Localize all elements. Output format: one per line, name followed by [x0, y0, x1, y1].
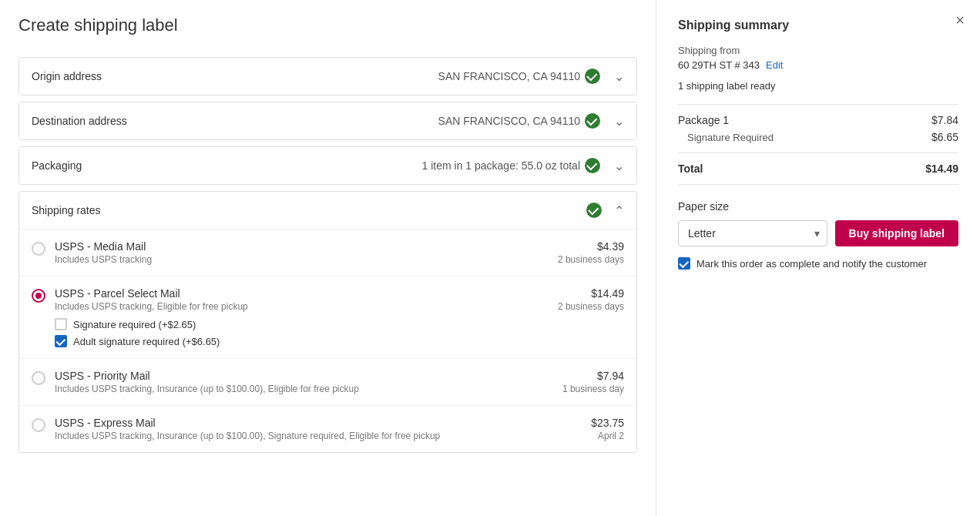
- rate-days-media-mail: 2 business days: [558, 254, 624, 265]
- destination-check-icon: [585, 113, 600, 129]
- rate-item-express-mail[interactable]: USPS - Express Mail Includes USPS tracki…: [19, 406, 636, 452]
- summary-divider-bottom: [678, 152, 958, 153]
- rate-desc-express-mail: Includes USPS tracking, Insurance (up to…: [55, 431, 579, 441]
- rates-check-icon: [586, 203, 602, 218]
- rate-item-priority-mail[interactable]: USPS - Priority Mail Includes USPS track…: [19, 359, 636, 406]
- rate-options-parcel-select: Signature required (+$2.65) Adult signat…: [55, 318, 545, 347]
- summary-ready: 1 shipping label ready: [678, 80, 958, 92]
- rate-info-media-mail: USPS - Media Mail Includes USPS tracking: [55, 240, 545, 265]
- rate-desc-media-mail: Includes USPS tracking: [55, 254, 545, 265]
- rate-item-parcel-select[interactable]: USPS - Parcel Select Mail Includes USPS …: [19, 276, 636, 359]
- rate-radio-inner-parcel-select: [35, 293, 42, 299]
- summary-divider-top: [678, 104, 958, 105]
- close-button[interactable]: ×: [955, 12, 965, 28]
- origin-value: SAN FRANCISCO, CA 94110: [438, 69, 600, 84]
- mark-complete-label: Mark this order as complete and notify t…: [696, 258, 927, 270]
- rate-name-parcel-select: USPS - Parcel Select Mail: [55, 287, 545, 300]
- rate-name-priority-mail: USPS - Priority Mail: [55, 370, 550, 382]
- checkbox-signature[interactable]: [55, 318, 67, 330]
- destination-label: Destination address: [32, 115, 438, 127]
- summary-signature-price: $6.65: [931, 131, 958, 143]
- option-row-signature: Signature required (+$2.65): [55, 318, 545, 330]
- origin-chevron-icon: ⌄: [614, 69, 624, 84]
- summary-total-label: Total: [678, 163, 703, 175]
- summary-divider-after-total: [678, 184, 958, 185]
- summary-total-value: $14.49: [925, 163, 958, 175]
- summary-address-row: 60 29TH ST # 343 Edit: [678, 59, 958, 71]
- rate-radio-parcel-select[interactable]: [32, 289, 45, 303]
- destination-section: Destination address SAN FRANCISCO, CA 94…: [18, 102, 637, 140]
- paper-size-select-wrapper: Letter 4x6 A4: [678, 220, 827, 246]
- rate-desc-priority-mail: Includes USPS tracking, Insurance (up to…: [55, 384, 550, 394]
- summary-total-row: Total $14.49: [678, 163, 958, 175]
- rate-price-priority-mail: $7.94: [562, 370, 624, 382]
- rate-desc-parcel-select: Includes USPS tracking, Eligible for fre…: [55, 301, 545, 312]
- option-label-adult-signature: Adult signature required (+$6.65): [73, 336, 220, 347]
- rate-radio-media-mail[interactable]: [32, 242, 45, 256]
- rate-price-col-parcel-select: $14.49 2 business days: [558, 287, 624, 312]
- rate-price-col-priority-mail: $7.94 1 business day: [562, 370, 624, 394]
- packaging-check-icon: [585, 158, 600, 173]
- checkbox-adult-signature[interactable]: [55, 335, 67, 347]
- edit-address-link[interactable]: Edit: [766, 59, 783, 71]
- origin-check-icon: [585, 69, 600, 84]
- destination-value: SAN FRANCISCO, CA 94110: [438, 113, 600, 129]
- option-label-signature: Signature required (+$2.65): [73, 319, 196, 330]
- rate-name-media-mail: USPS - Media Mail: [55, 240, 545, 253]
- rate-price-col-media-mail: $4.39 2 business days: [558, 240, 624, 265]
- destination-chevron-icon: ⌄: [614, 114, 624, 129]
- right-panel: × Shipping summary Shipping from 60 29TH…: [656, 0, 980, 516]
- summary-shipping-from-label: Shipping from: [678, 45, 958, 56]
- packaging-section: Packaging 1 item in 1 package: 55.0 oz t…: [18, 146, 637, 185]
- rate-item-media-mail[interactable]: USPS - Media Mail Includes USPS tracking…: [19, 230, 636, 276]
- rate-info-parcel-select: USPS - Parcel Select Mail Includes USPS …: [55, 287, 545, 347]
- rates-label: Shipping rates: [32, 204, 586, 216]
- packaging-header[interactable]: Packaging 1 item in 1 package: 55.0 oz t…: [19, 147, 636, 184]
- summary-address: 60 29TH ST # 343: [678, 59, 760, 71]
- summary-package-label: Package 1: [678, 114, 729, 126]
- buy-shipping-label-button[interactable]: Buy shipping label: [835, 220, 958, 246]
- paper-size-select[interactable]: Letter 4x6 A4: [678, 220, 827, 246]
- rate-price-parcel-select: $14.49: [558, 287, 624, 300]
- rate-days-parcel-select: 2 business days: [558, 301, 624, 312]
- option-row-adult-signature: Adult signature required (+$6.65): [55, 335, 545, 347]
- summary-signature-label: Signature Required: [678, 132, 774, 143]
- paper-size-label: Paper size: [678, 200, 958, 213]
- page-title: Create shipping label: [18, 15, 637, 35]
- origin-label: Origin address: [32, 70, 438, 82]
- rate-radio-priority-mail[interactable]: [32, 371, 45, 385]
- rate-days-express-mail: April 2: [591, 431, 624, 441]
- rates-chevron-icon: ⌃: [614, 203, 624, 218]
- mark-complete-checkbox[interactable]: [678, 257, 690, 270]
- rate-price-col-express-mail: $23.75 April 2: [591, 417, 624, 441]
- packaging-label: Packaging: [32, 159, 422, 172]
- mark-complete-row: Mark this order as complete and notify t…: [678, 257, 958, 270]
- packaging-value: 1 item in 1 package: 55.0 oz total: [422, 158, 600, 173]
- rate-info-express-mail: USPS - Express Mail Includes USPS tracki…: [55, 417, 579, 441]
- rate-name-express-mail: USPS - Express Mail: [55, 417, 579, 429]
- packaging-chevron-icon: ⌄: [614, 159, 624, 173]
- rates-header[interactable]: Shipping rates ⌃: [19, 192, 636, 230]
- paper-size-row: Letter 4x6 A4 Buy shipping label: [678, 220, 958, 246]
- rate-price-express-mail: $23.75: [591, 417, 624, 429]
- paper-size-section: Paper size Letter 4x6 A4 Buy shipping la…: [678, 200, 958, 246]
- destination-header[interactable]: Destination address SAN FRANCISCO, CA 94…: [19, 102, 636, 139]
- left-panel: Create shipping label Origin address SAN…: [0, 0, 656, 516]
- rate-info-priority-mail: USPS - Priority Mail Includes USPS track…: [55, 370, 550, 394]
- summary-package-row: Package 1 $7.84: [678, 114, 958, 126]
- shipping-rates-section: Shipping rates ⌃ USPS - Media Mail Inclu…: [18, 191, 637, 453]
- rate-days-priority-mail: 1 business day: [562, 384, 624, 394]
- rate-price-media-mail: $4.39: [558, 240, 624, 253]
- summary-title: Shipping summary: [678, 18, 958, 32]
- summary-signature-row: Signature Required $6.65: [678, 131, 958, 143]
- summary-package-price: $7.84: [931, 114, 958, 126]
- origin-header[interactable]: Origin address SAN FRANCISCO, CA 94110 ⌄: [19, 58, 636, 95]
- rate-radio-express-mail[interactable]: [32, 418, 45, 432]
- origin-section: Origin address SAN FRANCISCO, CA 94110 ⌄: [18, 57, 637, 95]
